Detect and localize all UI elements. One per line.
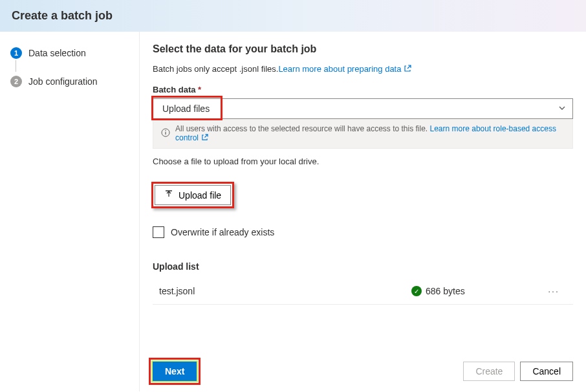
learn-preparing-data-link[interactable]: Learn more about preparing data	[278, 64, 411, 74]
page-title: Create a batch job	[12, 9, 574, 23]
upload-list-heading: Upload list	[153, 261, 573, 272]
wizard-header: Create a batch job	[0, 0, 586, 32]
upload-list-item: test.jsonl ✓ 686 bytes ···	[153, 278, 573, 305]
wizard-footer: Next Create Cancel	[140, 354, 586, 391]
highlight-annotation: Next	[153, 362, 197, 381]
section-heading: Select the data for your batch job	[153, 43, 573, 55]
highlight-annotation: Upload file	[153, 183, 233, 207]
access-info-bar: All users with access to the selected re…	[153, 119, 573, 149]
external-link-icon	[404, 65, 411, 74]
required-mark: *	[198, 85, 201, 94]
step-number-badge: 1	[10, 47, 22, 59]
overwrite-checkbox-row: Overwrite if already exists	[153, 226, 573, 238]
overwrite-label: Overwrite if already exists	[171, 227, 274, 237]
success-check-icon: ✓	[411, 286, 422, 296]
select-value: Upload files	[160, 102, 212, 115]
accept-note: Batch jobs only accept .jsonl files.Lear…	[153, 64, 573, 74]
step-job-configuration[interactable]: 2 Job configuration	[8, 72, 131, 91]
svg-rect-2	[165, 132, 166, 135]
step-connector	[16, 60, 16, 72]
batch-data-select[interactable]: Upload files	[153, 98, 573, 119]
overwrite-checkbox[interactable]	[153, 226, 164, 238]
more-actions-button[interactable]: ···	[541, 286, 567, 296]
batch-data-label: Batch data *	[153, 85, 573, 94]
main-panel: Select the data for your batch job Batch…	[139, 32, 586, 391]
cancel-button[interactable]: Cancel	[520, 362, 573, 381]
choose-file-text: Choose a file to upload from your local …	[153, 157, 573, 166]
step-label: Data selection	[28, 48, 86, 58]
file-size: 686 bytes	[426, 286, 465, 296]
next-button[interactable]: Next	[153, 362, 197, 381]
external-link-icon	[201, 134, 208, 143]
step-data-selection[interactable]: 1 Data selection	[8, 43, 131, 63]
info-icon	[161, 128, 170, 139]
step-number-badge: 2	[10, 76, 22, 87]
file-name: test.jsonl	[159, 286, 411, 296]
upload-icon	[164, 190, 173, 201]
chevron-down-icon	[558, 103, 566, 114]
create-button: Create	[463, 362, 515, 381]
wizard-steps-sidebar: 1 Data selection 2 Job configuration	[0, 32, 139, 391]
svg-point-1	[165, 130, 166, 131]
step-label: Job configuration	[28, 76, 98, 87]
upload-file-button[interactable]: Upload file	[155, 185, 231, 205]
